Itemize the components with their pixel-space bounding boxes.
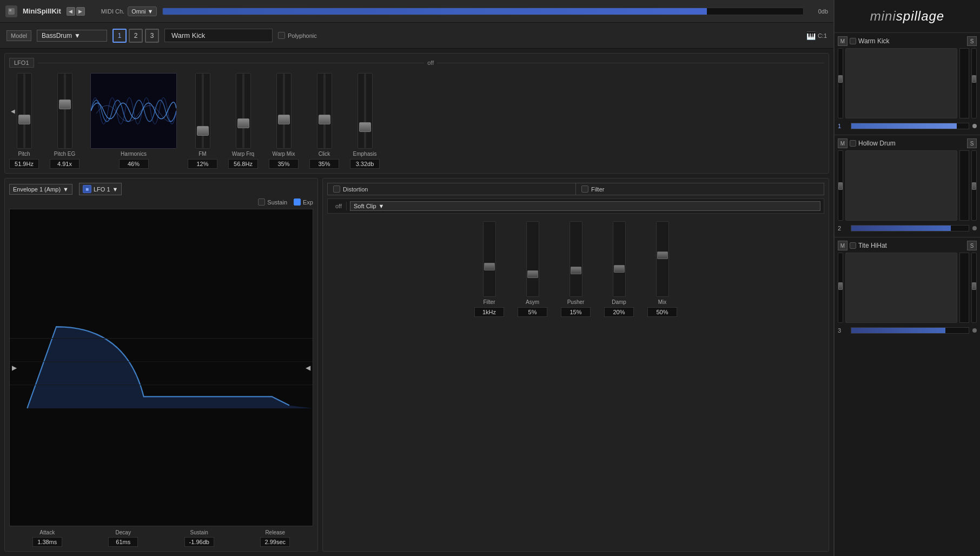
- strip-2-check[interactable]: [850, 140, 856, 147]
- warp-frq-fader[interactable]: [236, 73, 251, 149]
- emphasis-fader-thumb[interactable]: [359, 122, 371, 132]
- nav-next[interactable]: ▶: [76, 7, 85, 16]
- damp-fader-group: Damp 20%: [604, 221, 634, 317]
- strip-3-fader-right-thumb[interactable]: [972, 282, 976, 290]
- exp-label: Exp: [303, 199, 313, 206]
- lfo-select[interactable]: ■ LFO 1 ▼: [79, 183, 122, 195]
- channel-strip-1[interactable]: M Warm Kick S: [835, 32, 980, 135]
- strip-3-prog-fill: [851, 328, 945, 333]
- strip-2-fader-right-thumb[interactable]: [972, 182, 976, 190]
- damp-value: 20%: [604, 307, 634, 317]
- filter-dist-thumb[interactable]: [484, 263, 495, 270]
- asym-thumb[interactable]: [527, 270, 538, 278]
- damp-label: Damp: [612, 299, 626, 305]
- model-select[interactable]: BassDrum ▼: [37, 30, 107, 42]
- strip-1-check[interactable]: [850, 38, 856, 44]
- strip-2-fader-right[interactable]: [971, 150, 977, 221]
- strip-3-prog-bar[interactable]: [851, 327, 969, 334]
- filter-check-group: Filter: [576, 183, 824, 195]
- click-fader-thumb[interactable]: [319, 115, 330, 124]
- click-fader[interactable]: [317, 73, 332, 149]
- strip-2-fader-v[interactable]: [838, 150, 843, 221]
- strip-3-fader-v[interactable]: [838, 253, 843, 323]
- pitch-fader[interactable]: ◀: [17, 73, 32, 149]
- polyphonic-checkbox[interactable]: [278, 32, 285, 39]
- pitch-fader-thumb[interactable]: [18, 115, 30, 124]
- strip-2-mute[interactable]: M: [838, 138, 847, 148]
- strip-1-prog-bar[interactable]: [851, 123, 969, 129]
- strip-1-mute[interactable]: M: [838, 36, 847, 46]
- strip-1-fader-thumb[interactable]: [838, 75, 843, 83]
- filter-checkbox[interactable]: [581, 186, 588, 193]
- level-db: 0db: [809, 8, 828, 15]
- attack-value: 1.38ms: [32, 537, 62, 547]
- strip-1-solo[interactable]: S: [967, 36, 977, 46]
- strip-1-number: 1: [838, 123, 849, 129]
- pusher-fader-group: Pusher 15%: [561, 221, 591, 317]
- strip-1-fader-right[interactable]: [971, 48, 977, 118]
- pitch-fader-group: ◀ Pitch 51.9Hz: [9, 73, 39, 169]
- pusher-fader[interactable]: [570, 221, 582, 297]
- svg-rect-8: [851, 151, 952, 220]
- polyphonic-label: Polyphonic: [288, 32, 317, 39]
- strip-1-fader-v[interactable]: [838, 48, 843, 118]
- strip-1-fader-right-thumb[interactable]: [972, 75, 976, 83]
- svg-rect-9: [851, 253, 952, 322]
- lfo-header: LFO1 off: [9, 58, 824, 68]
- envelope-select[interactable]: Envelope 1 (Amp) ▼: [9, 184, 72, 195]
- brand-text: minispillage: [870, 9, 944, 24]
- sustain-checkbox[interactable]: [258, 198, 265, 206]
- channel-display: 🎹 C:1: [806, 31, 827, 40]
- pusher-thumb[interactable]: [571, 267, 581, 274]
- dist-type-row: off Soft Clip ▼: [327, 198, 824, 214]
- filter-dist-value: 1kHz: [474, 307, 504, 317]
- strip-3-solo[interactable]: S: [967, 241, 977, 250]
- preset-tab-3[interactable]: 3: [145, 29, 159, 43]
- mix-fader[interactable]: [656, 221, 669, 297]
- preset-tab-1[interactable]: 1: [112, 29, 127, 43]
- mix-thumb[interactable]: [657, 251, 668, 259]
- nav-arrows: ◀ ▶: [67, 7, 85, 16]
- damp-thumb[interactable]: [614, 265, 625, 273]
- strip-2-solo[interactable]: S: [967, 138, 977, 148]
- strip-3-number-row: 3: [838, 325, 977, 336]
- asym-fader[interactable]: [526, 221, 539, 297]
- midi-select[interactable]: Omni ▼: [128, 6, 157, 16]
- fm-fader[interactable]: [195, 73, 210, 149]
- strip-3-fader-thumb[interactable]: [838, 282, 843, 290]
- distortion-checkbox[interactable]: [333, 186, 340, 193]
- strip-2-prog-fill: [851, 226, 951, 231]
- nav-prev[interactable]: ◀: [67, 7, 75, 16]
- strip-2-fader-thumb[interactable]: [838, 182, 843, 190]
- distortion-check-group: Distortion: [327, 183, 576, 195]
- pitch-eg-fader-thumb[interactable]: [59, 100, 71, 109]
- warp-mix-fader[interactable]: [276, 73, 292, 149]
- emphasis-fader[interactable]: [357, 73, 373, 149]
- damp-fader[interactable]: [613, 221, 626, 297]
- strip-2-prog-dot: [972, 226, 977, 230]
- warp-mix-fader-thumb[interactable]: [278, 115, 290, 124]
- strip-2-waveform: [845, 150, 957, 221]
- lfo-controls-row: ◀ Pitch 51.9Hz Pitch EG 4.91x: [9, 73, 824, 169]
- pitch-eg-fader-group: Pitch EG 4.91x: [50, 73, 80, 169]
- fm-fader-thumb[interactable]: [197, 126, 209, 136]
- warp-frq-fader-thumb[interactable]: [237, 118, 249, 128]
- harmonics-value: 46%: [119, 159, 149, 169]
- top-bar: MiniSpillKit ◀ ▶ MIDI Ch. Omni ▼ 0db: [0, 0, 833, 23]
- channel-strip-3[interactable]: M Tite HiHat S: [835, 237, 980, 339]
- envelope-header: Envelope 1 (Amp) ▼ ■ LFO 1 ▼: [9, 183, 313, 195]
- strip-3-check[interactable]: [850, 242, 856, 249]
- channel-strip-2[interactable]: M Hollow Drum S: [835, 135, 980, 237]
- lfo-line-left: [37, 63, 425, 63]
- preset-tab-2[interactable]: 2: [129, 29, 143, 43]
- strip-2-header: M Hollow Drum S: [838, 138, 977, 148]
- filter-dist-fader[interactable]: [483, 221, 496, 297]
- pitch-eg-fader[interactable]: [57, 73, 72, 149]
- exp-checkbox[interactable]: [294, 198, 301, 206]
- dist-type-select[interactable]: Soft Clip ▼: [350, 201, 820, 211]
- strip-3-mute[interactable]: M: [838, 241, 847, 250]
- channel-label: C:1: [818, 32, 827, 39]
- strip-2-prog-bar[interactable]: [851, 225, 969, 231]
- exp-check: Exp: [294, 198, 313, 206]
- strip-3-fader-right[interactable]: [971, 253, 977, 323]
